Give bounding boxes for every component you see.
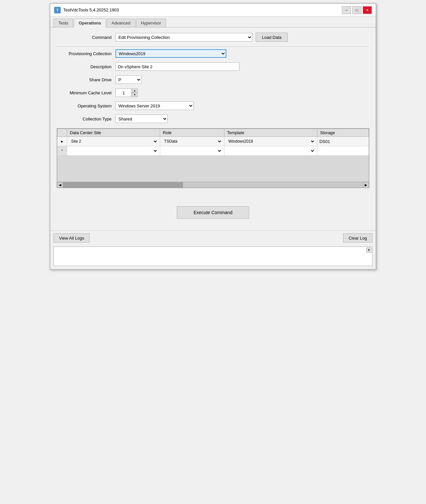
share-drive-label: Share Drive	[57, 77, 115, 82]
grid-header-row: Data Center Site Role Template Storage	[57, 129, 369, 137]
grid-scrollbar[interactable]: ◀ ▶	[57, 182, 369, 188]
cell-template-2[interactable]	[224, 146, 317, 156]
window-title: TestVdcTools 5.4.20252.1903	[63, 8, 119, 12]
description-input[interactable]	[115, 62, 239, 71]
share-drive-row: Share Drive P Q R S	[57, 75, 369, 84]
col-storage: Storage	[317, 129, 369, 137]
command-control-group: Edit Provisioning Collection Create Prov…	[115, 33, 369, 42]
table-row: ► Site 2 TSData	[57, 137, 369, 146]
table-row: *	[57, 146, 369, 156]
min-cache-row: Minimum Cache Level ▲ ▼	[57, 88, 369, 97]
cache-decrement-button[interactable]: ▼	[132, 93, 138, 97]
tab-operations[interactable]: Operations	[74, 19, 106, 27]
app-icon: T	[54, 7, 61, 13]
data-grid: Data Center Site Role Template Storage ►	[57, 128, 369, 188]
minimize-button[interactable]: −	[342, 6, 351, 14]
scroll-right-button[interactable]: ▶	[363, 182, 369, 188]
title-bar: T TestVdcTools 5.4.20252.1903 − □ ✕	[50, 4, 376, 17]
cell-storage-2	[317, 146, 369, 156]
share-drive-select[interactable]: P Q R S	[115, 75, 142, 84]
col-template: Template	[224, 129, 317, 137]
cache-increment-button[interactable]: ▲	[132, 88, 138, 93]
col-indicator	[57, 129, 67, 137]
separator-1	[57, 46, 369, 47]
col-role: Role	[160, 129, 224, 137]
scroll-track[interactable]	[63, 182, 363, 188]
grid-empty-row	[57, 156, 369, 182]
command-label: Command	[57, 35, 115, 40]
close-button[interactable]: ✕	[363, 6, 372, 14]
row-indicator-1: ►	[57, 137, 67, 146]
cell-template-1[interactable]: Windows2019	[224, 137, 317, 146]
clear-log-button[interactable]: Clear Log	[343, 233, 373, 243]
row-indicator-2: *	[57, 146, 67, 156]
cell-role-2[interactable]	[160, 146, 224, 156]
description-label: Description	[57, 64, 115, 69]
command-row: Command Edit Provisioning Collection Cre…	[57, 33, 369, 42]
grid-table: Data Center Site Role Template Storage ►	[57, 129, 369, 182]
title-bar-left: T TestVdcTools 5.4.20252.1903	[54, 7, 119, 13]
grid-empty-cell	[57, 156, 369, 182]
log-area: ▼	[53, 246, 373, 266]
execute-button[interactable]: Execute Command	[177, 206, 249, 219]
tab-bar: Tests Operations Advanced Hypervisor	[50, 17, 376, 27]
provisioning-collection-row: Provisioning Collection Windows2019	[57, 49, 369, 58]
role-select-2[interactable]	[162, 147, 222, 154]
datacenter-select-1[interactable]: Site 2	[69, 138, 158, 145]
col-datacenter: Data Center Site	[67, 129, 160, 137]
main-content: Command Edit Provisioning Collection Cre…	[50, 27, 376, 230]
scroll-thumb[interactable]	[63, 182, 183, 188]
cache-input[interactable]	[115, 88, 132, 97]
bottom-bar: View All Logs Clear Log	[50, 230, 376, 245]
role-select-1[interactable]: TSData	[162, 138, 222, 145]
cell-role-1[interactable]: TSData	[160, 137, 224, 146]
cache-spinner: ▲ ▼	[115, 88, 138, 97]
cell-datacenter-1[interactable]: Site 2	[67, 137, 160, 146]
os-select[interactable]: Windows Server 2019 Windows Server 2016 …	[115, 102, 194, 110]
tab-tests[interactable]: Tests	[53, 19, 73, 27]
os-label: Operating System	[57, 103, 115, 108]
min-cache-label: Minimum Cache Level	[57, 90, 115, 95]
scroll-left-button[interactable]: ◀	[57, 182, 63, 188]
collection-type-select[interactable]: Shared Personal Random	[115, 115, 168, 123]
description-row: Description	[57, 62, 369, 71]
cell-storage-1: DS01	[317, 137, 369, 146]
cell-datacenter-2[interactable]	[67, 146, 160, 156]
spinner-buttons: ▲ ▼	[132, 88, 138, 97]
collection-type-row: Collection Type Shared Personal Random	[57, 115, 369, 123]
template-select-1[interactable]: Windows2019	[226, 138, 315, 145]
os-row: Operating System Windows Server 2019 Win…	[57, 102, 369, 110]
maximize-button[interactable]: □	[352, 6, 361, 14]
template-select-2[interactable]	[226, 147, 315, 154]
provisioning-collection-label: Provisioning Collection	[57, 51, 115, 56]
view-logs-button[interactable]: View All Logs	[53, 233, 90, 243]
tab-hypervisor[interactable]: Hypervisor	[136, 19, 166, 27]
collection-type-label: Collection Type	[57, 117, 115, 121]
provisioning-collection-select[interactable]: Windows2019	[115, 49, 226, 58]
log-scroll-button[interactable]: ▼	[366, 247, 372, 253]
title-controls: − □ ✕	[342, 6, 372, 14]
execute-area: Execute Command	[57, 193, 369, 225]
load-data-button[interactable]: Load Data	[256, 33, 288, 42]
main-window: T TestVdcTools 5.4.20252.1903 − □ ✕ Test…	[50, 3, 376, 270]
command-select[interactable]: Edit Provisioning Collection Create Prov…	[115, 33, 252, 41]
tab-advanced[interactable]: Advanced	[107, 19, 135, 27]
datacenter-select-2[interactable]	[69, 147, 158, 154]
